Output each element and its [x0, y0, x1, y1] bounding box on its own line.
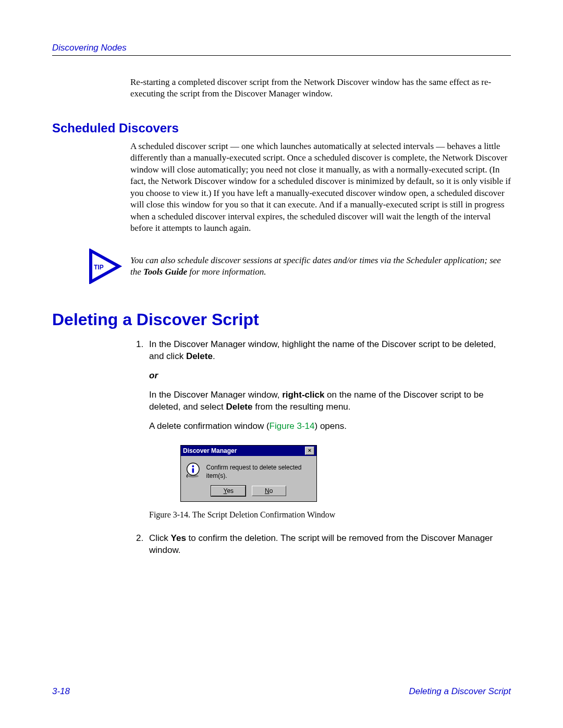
confirmation-dialog: Discover Manager × Confirm request to de…: [180, 445, 317, 502]
svg-text:TIP: TIP: [94, 264, 104, 271]
tip-icon: TIP: [89, 249, 125, 284]
footer-section: Deleting a Discover Script: [409, 686, 511, 697]
tip-text: You can also schedule discover sessions …: [130, 255, 511, 278]
heading-scheduled-discovers: Scheduled Discovers: [52, 121, 511, 135]
dialog-message: Confirm request to delete selected item(…: [206, 461, 312, 480]
no-button[interactable]: No: [252, 486, 286, 496]
header-rule: [52, 55, 511, 56]
scheduled-body: A scheduled discover script — one which …: [130, 141, 511, 235]
step-1-alt: In the Discover Manager window, right-cl…: [149, 389, 511, 413]
dialog-title: Discover Manager: [183, 447, 237, 455]
page-number: 3-18: [52, 686, 70, 697]
intro-paragraph: Re-starting a completed discover script …: [130, 77, 511, 100]
step-2: Click Yes to confirm the deletion. The s…: [146, 533, 511, 557]
yes-button[interactable]: Yes: [211, 486, 246, 496]
figure-ref[interactable]: Figure 3-14: [270, 421, 315, 431]
chapter-header: Discovering Nodes: [52, 43, 127, 53]
figure-caption: Figure 3-14. The Script Deletion Confirm…: [149, 509, 511, 521]
confirm-text: A delete confirmation window (Figure 3-1…: [149, 421, 511, 433]
info-icon: [185, 461, 201, 479]
or-separator: or: [149, 370, 511, 382]
close-icon[interactable]: ×: [305, 447, 314, 455]
step-1: In the Discover Manager window, highligh…: [146, 339, 511, 520]
svg-point-4: [192, 465, 194, 467]
svg-rect-5: [192, 468, 194, 473]
heading-deleting-discover-script: Deleting a Discover Script: [52, 310, 511, 329]
